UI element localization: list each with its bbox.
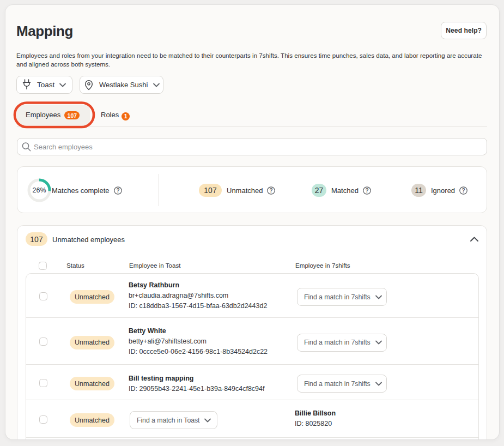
svg-text:?: ? (116, 187, 119, 193)
svg-text:?: ? (462, 187, 465, 193)
svg-text:?: ? (270, 187, 273, 193)
svg-text:?: ? (365, 187, 368, 193)
